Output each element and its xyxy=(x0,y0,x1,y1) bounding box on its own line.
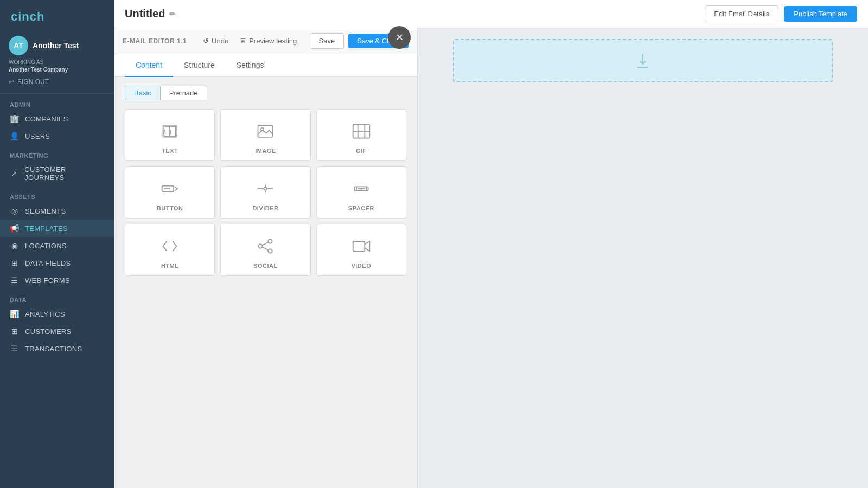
block-html[interactable]: HTML xyxy=(125,224,215,276)
svg-point-17 xyxy=(264,187,267,190)
social-block-label: SOCIAL xyxy=(253,262,278,269)
data-section-label: Data xyxy=(0,289,114,305)
data-fields-icon: ⊞ xyxy=(10,259,20,267)
sidebar-item-customer-journeys[interactable]: ↗ CUSTOMER JOURNEYS xyxy=(0,161,114,186)
sidebar-item-web-forms[interactable]: ☰ WEB FORMS xyxy=(0,272,114,289)
user-section: AT Another Test WORKING AS Another Test … xyxy=(0,30,114,94)
templates-icon: 📢 xyxy=(10,224,20,233)
sidebar-item-companies[interactable]: 🏢 COMPANIES xyxy=(0,110,114,127)
svg-line-29 xyxy=(263,242,269,245)
editor-toolbar: E-MAIL EDITOR 1.1 ↺ Undo 🖥 Preview testi… xyxy=(114,28,417,54)
button-block-label: BUTTON xyxy=(157,205,183,211)
canvas-inner xyxy=(453,39,833,82)
sidebar-item-transactions[interactable]: ☰ TRANSACTIONS xyxy=(0,340,114,357)
page-title: Untitled ✏ xyxy=(125,8,176,20)
filter-premade-button[interactable]: Premade xyxy=(161,86,207,100)
filter-buttons: Basic Premade xyxy=(125,86,406,100)
block-spacer[interactable]: SPACER xyxy=(316,166,406,219)
undo-button[interactable]: ↺ Undo xyxy=(197,35,234,47)
working-as: WORKING AS Another Test Company xyxy=(9,59,105,74)
journeys-icon: ↗ xyxy=(10,169,19,178)
panel-content: Basic Premade A xyxy=(114,77,417,488)
users-icon: 👤 xyxy=(10,132,20,140)
svg-line-30 xyxy=(263,247,269,250)
block-gif[interactable]: GIF xyxy=(316,109,406,161)
drop-zone[interactable] xyxy=(453,39,833,82)
block-button[interactable]: BUTTON xyxy=(125,166,215,219)
undo-icon: ↺ xyxy=(203,37,209,45)
main-area: Untitled ✏ Edit Email Details Publish Te… xyxy=(114,0,868,488)
panel-tabs: Content Structure Settings xyxy=(114,54,417,77)
analytics-icon: 📊 xyxy=(10,310,20,318)
video-block-icon xyxy=(350,235,372,257)
html-block-icon xyxy=(159,235,181,257)
save-button[interactable]: Save xyxy=(310,33,344,49)
canvas-area xyxy=(418,28,868,488)
sidebar-item-users[interactable]: 👤 USERS xyxy=(0,127,114,145)
app-logo: cinch xyxy=(0,0,114,30)
block-image[interactable]: IMAGE xyxy=(220,109,310,161)
video-block-label: VIDEO xyxy=(351,262,371,269)
sidebar: cinch AT Another Test WORKING AS Another… xyxy=(0,0,114,488)
sign-out-button[interactable]: ↩ SIGN OUT xyxy=(9,78,105,86)
editor-area: E-MAIL EDITOR 1.1 ↺ Undo 🖥 Preview testi… xyxy=(114,28,868,488)
preview-button[interactable]: 🖥 Preview testing xyxy=(234,35,302,47)
sidebar-item-locations[interactable]: ◉ LOCATIONS xyxy=(0,237,114,254)
companies-icon: 🏢 xyxy=(10,114,20,123)
sidebar-item-customers[interactable]: ⊞ CUSTOMERS xyxy=(0,323,114,340)
blocks-grid: A TEXT xyxy=(125,109,406,276)
tab-structure[interactable]: Structure xyxy=(173,54,226,77)
spacer-block-icon xyxy=(350,178,372,200)
transactions-icon: ☰ xyxy=(10,344,20,353)
gif-block-label: GIF xyxy=(356,147,367,154)
svg-point-25 xyxy=(360,188,362,190)
sidebar-item-analytics[interactable]: 📊 ANALYTICS xyxy=(0,305,114,323)
block-divider[interactable]: DIVIDER xyxy=(220,166,310,219)
svg-point-28 xyxy=(269,249,272,253)
social-block-icon xyxy=(254,235,276,257)
left-panel: E-MAIL EDITOR 1.1 ↺ Undo 🖥 Preview testi… xyxy=(114,28,418,488)
sidebar-item-data-fields[interactable]: ⊞ DATA FIELDS xyxy=(0,254,114,272)
divider-block-icon xyxy=(254,178,276,200)
locations-icon: ◉ xyxy=(10,241,20,250)
edit-title-icon[interactable]: ✏ xyxy=(169,10,176,18)
customers-icon: ⊞ xyxy=(10,327,20,336)
divider-block-label: DIVIDER xyxy=(252,205,278,211)
username: Another Test xyxy=(33,41,79,50)
segments-icon: ◎ xyxy=(10,207,20,215)
publish-template-button[interactable]: Publish Template xyxy=(784,6,857,22)
tab-settings[interactable]: Settings xyxy=(226,54,275,77)
avatar: AT xyxy=(9,36,28,55)
assets-section-label: Assets xyxy=(0,186,114,202)
sidebar-item-templates[interactable]: 📢 TEMPLATES xyxy=(0,220,114,237)
svg-rect-31 xyxy=(353,241,365,251)
topbar: Untitled ✏ Edit Email Details Publish Te… xyxy=(114,0,868,28)
signout-icon: ↩ xyxy=(9,78,14,86)
web-forms-icon: ☰ xyxy=(10,276,20,285)
preview-icon: 🖥 xyxy=(239,37,246,45)
admin-section-label: Admin xyxy=(0,94,114,110)
tab-content[interactable]: Content xyxy=(125,54,173,77)
block-text[interactable]: A TEXT xyxy=(125,109,215,161)
sidebar-item-segments[interactable]: ◎ SEGMENTS xyxy=(0,202,114,220)
image-block-icon xyxy=(254,120,276,142)
block-social[interactable]: SOCIAL xyxy=(220,224,310,276)
filter-basic-button[interactable]: Basic xyxy=(125,86,161,100)
edit-email-button[interactable]: Edit Email Details xyxy=(705,5,778,22)
text-block-icon: A xyxy=(159,120,181,142)
marketing-section-label: Marketing xyxy=(0,145,114,161)
svg-point-26 xyxy=(269,239,272,243)
svg-point-27 xyxy=(259,244,263,248)
image-block-label: IMAGE xyxy=(255,147,276,154)
editor-label: E-MAIL EDITOR 1.1 xyxy=(123,37,187,45)
gif-block-icon xyxy=(350,120,372,142)
block-video[interactable]: VIDEO xyxy=(316,224,406,276)
close-overlay-button[interactable]: ✕ xyxy=(388,26,411,49)
html-block-label: HTML xyxy=(161,262,179,269)
text-block-label: TEXT xyxy=(162,147,178,154)
button-block-icon xyxy=(159,178,181,200)
spacer-block-label: SPACER xyxy=(348,205,374,211)
